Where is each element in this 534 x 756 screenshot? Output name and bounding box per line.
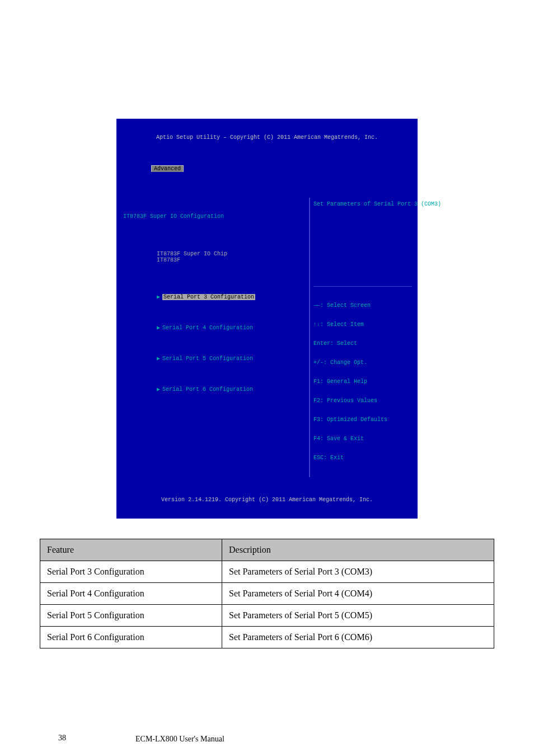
table-cell-desc: Set Parameters of Serial Port 6 (COM6) <box>222 627 494 648</box>
table-cell-feature: Serial Port 5 Configuration <box>40 605 222 627</box>
bios-key-help: →←: Select Screen ↑↓: Select Item Enter:… <box>313 290 412 474</box>
chip-label: IT8783F Super IO Chip <box>157 251 257 257</box>
triangle-icon: ▶ <box>157 386 160 393</box>
key-hint: →←: Select Screen <box>313 302 412 309</box>
bios-menu-label: Serial Port 4 Configuration <box>162 325 253 331</box>
bios-menu-label: Serial Port 6 Configuration <box>162 386 253 393</box>
table-row: Serial Port 3 Configuration Set Paramete… <box>40 561 494 583</box>
bios-tab-bar: Advanced <box>119 159 415 178</box>
key-hint: ESC: Exit <box>313 455 412 461</box>
page-footer-text: ECM-LX800 User's Manual <box>135 735 224 744</box>
table-header-description: Description <box>222 539 494 561</box>
bios-context-help: Set Parameters of Serial Port 3 (COM3) <box>313 201 412 285</box>
bios-right-panel: Set Parameters of Serial Port 3 (COM3) →… <box>310 198 415 477</box>
bios-footer: Version 2.14.1219. Copyright (C) 2011 Am… <box>119 496 415 504</box>
bios-menu-serial-port-6[interactable]: ▶Serial Port 6 Configuration <box>123 380 305 399</box>
bios-title-bar: Aptio Setup Utility – Copyright (C) 2011… <box>119 133 415 141</box>
bios-help-separator <box>313 286 412 287</box>
bios-tab-advanced[interactable]: Advanced <box>151 165 184 172</box>
triangle-icon: ▶ <box>157 356 160 362</box>
key-hint: F1: General Help <box>313 379 412 385</box>
key-hint: ↑↓: Select Item <box>313 321 412 328</box>
key-hint: F3: Optimized Defaults <box>313 417 412 423</box>
key-hint: +/-: Change Opt. <box>313 360 412 366</box>
bios-menu-serial-port-4[interactable]: ▶Serial Port 4 Configuration <box>123 319 305 337</box>
table-cell-desc: Set Parameters of Serial Port 3 (COM3) <box>222 561 494 583</box>
chip-value: IT8783F <box>157 257 180 263</box>
page-number: 38 <box>58 734 66 743</box>
bios-menu-label: Serial Port 5 Configuration <box>162 356 253 362</box>
table-cell-desc: Set Parameters of Serial Port 5 (COM5) <box>222 605 494 627</box>
triangle-icon: ▶ <box>157 325 160 331</box>
bios-menu-label: Serial Port 3 Configuration <box>162 294 255 300</box>
bios-screenshot: Aptio Setup Utility – Copyright (C) 2011… <box>119 121 415 516</box>
bios-left-panel: IT8783F Super IO Configuration IT8783F S… <box>119 198 310 477</box>
triangle-icon: ▶ <box>157 294 160 300</box>
table-cell-feature: Serial Port 3 Configuration <box>40 561 222 583</box>
bios-menu-serial-port-5[interactable]: ▶Serial Port 5 Configuration <box>123 349 305 368</box>
table-cell-feature: Serial Port 4 Configuration <box>40 583 222 605</box>
table-cell-feature: Serial Port 6 Configuration <box>40 627 222 648</box>
key-hint: Enter: Select <box>313 340 412 347</box>
bios-info-row: IT8783F Super IO Chip IT8783F <box>123 245 305 269</box>
table-row: Serial Port 6 Configuration Set Paramete… <box>40 627 494 648</box>
table-cell-desc: Set Parameters of Serial Port 4 (COM4) <box>222 583 494 605</box>
feature-description-table: Feature Description Serial Port 3 Config… <box>40 539 494 648</box>
bios-body: IT8783F Super IO Configuration IT8783F S… <box>119 197 415 477</box>
table-row: Serial Port 4 Configuration Set Paramete… <box>40 583 494 605</box>
key-hint: F4: Save & Exit <box>313 436 412 442</box>
bios-section-heading: IT8783F Super IO Configuration <box>123 213 305 220</box>
bios-menu-serial-port-3[interactable]: ▶Serial Port 3 Configuration <box>123 288 305 306</box>
table-row: Serial Port 5 Configuration Set Paramete… <box>40 605 494 627</box>
table-header-feature: Feature <box>40 539 222 561</box>
key-hint: F2: Previous Values <box>313 398 412 404</box>
